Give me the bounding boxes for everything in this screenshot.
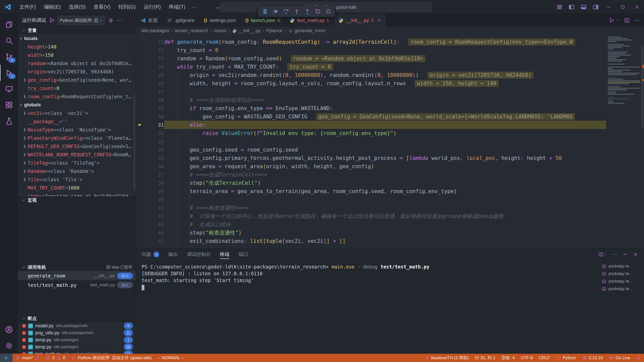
more-actions-icon[interactable] — [634, 17, 640, 23]
toggle-panel-icon[interactable] — [580, 4, 587, 10]
tab-settings[interactable]: {}settings.json — [199, 14, 241, 27]
tab-welcome[interactable]: 欢迎 — [136, 14, 163, 27]
variables-section-header[interactable]: 变量 — [18, 27, 136, 34]
variable-row[interactable]: ❯Tile = <class 'Tile'> — [18, 175, 136, 184]
variables-scope-row[interactable]: ∨locals — [18, 34, 136, 42]
tab-gdignore[interactable]: .gdignore — [163, 14, 199, 27]
minimize-button[interactable] — [602, 0, 616, 14]
menu-item[interactable]: 查看(V) — [90, 2, 114, 12]
variable-row[interactable]: __package__ = '' — [18, 117, 136, 125]
breadcrumb-item[interactable]: rooms — [214, 28, 226, 33]
branch[interactable]: main* — [13, 354, 43, 362]
close-icon[interactable] — [377, 18, 381, 23]
breadcrumb-item[interactable]: terrain_research — [175, 28, 208, 33]
activity-testing[interactable] — [0, 113, 18, 129]
breakpoint-row[interactable]: ✓png_utils.pysite-packages\wfc11 — [18, 329, 136, 336]
continue-button[interactable] — [271, 7, 280, 16]
start-debug-icon[interactable] — [49, 17, 55, 24]
editor-scrollbar[interactable] — [640, 35, 644, 249]
variable-row[interactable]: ❯DEFAULT_GEO_CONFIG = GeoConfig(seed=1… — [18, 142, 136, 150]
menu-item[interactable]: 运行(R) — [140, 2, 164, 12]
menu-item[interactable]: 终端(T) — [166, 2, 189, 12]
split-terminal-icon[interactable] — [598, 252, 607, 257]
minimap[interactable] — [608, 36, 640, 249]
gear-icon[interactable] — [108, 18, 114, 23]
breakpoint-checkbox[interactable]: ✓ — [28, 352, 33, 354]
menu-more[interactable]: ··· — [189, 3, 200, 11]
variable-row[interactable]: ❯NoiseType = <class 'NoiseType'> — [18, 125, 136, 134]
variable-row[interactable]: origin = vec2i(7205730, 9024468) — [18, 67, 136, 76]
step-into-button[interactable] — [292, 7, 301, 16]
panel-tab-终端[interactable]: 终端 — [220, 249, 229, 260]
variable-row[interactable]: random = <Random object at 0x1bf9d01e… — [18, 59, 136, 67]
breadcrumb-item[interactable]: __init__.py — [232, 28, 260, 33]
variable-row[interactable]: step = <function step at 0x1bf9cd216d — [18, 192, 136, 196]
debug-config-dropdown[interactable]: Python 调试程序: 启动 — [57, 16, 105, 25]
variable-row[interactable]: MAX_TRY_COUNT = 1000 — [18, 184, 136, 192]
encoding[interactable]: UTF-8 — [518, 354, 536, 362]
panel-tab-调试控制台[interactable]: 调试控制台 — [187, 249, 211, 260]
variable-row[interactable]: ❯vec2i = <class 'vec2i'> — [18, 109, 136, 117]
grid-icon[interactable] — [556, 4, 563, 10]
terminal-list-item[interactable]: pocketpy te… — [599, 278, 644, 285]
callstack-frame[interactable]: test/test_math.pytest_math.py16:1 — [18, 280, 136, 290]
maximize-button[interactable] — [616, 0, 630, 14]
breakpoint-row[interactable]: ✓temp.pysite-packages58 — [18, 343, 136, 350]
variable-row[interactable]: try_count = 0 — [18, 84, 136, 92]
indentation[interactable]: 空格: 4 — [498, 354, 518, 362]
activity-account[interactable] — [0, 322, 18, 338]
drag-handle[interactable] — [260, 7, 270, 16]
debug-config[interactable]: Python 调试程序: 启动文件 (godot-ldtk) — [68, 354, 155, 362]
vim-mode[interactable]: -- NORMAL -- — [155, 354, 187, 362]
more-actions-icon[interactable] — [117, 18, 123, 23]
breadcrumb-item[interactable]: site-packages — [141, 28, 169, 33]
menu-item[interactable]: 编辑(E) — [41, 2, 64, 12]
close-button[interactable] — [630, 0, 644, 14]
variable-row[interactable]: ❯TileTag = <class 'TileTag'> — [18, 159, 136, 167]
step-out-button[interactable] — [302, 7, 312, 16]
callstack-section-header[interactable]: 调用堆栈 因 step 已暂停 — [18, 263, 136, 271]
breakpoint-checkbox[interactable]: ✓ — [28, 345, 33, 349]
breakpoint-checkbox[interactable]: ✓ — [28, 324, 33, 328]
variable-row[interactable]: ❯geo_config = GeoConfig(seed=None, wor… — [18, 76, 136, 84]
callstack-frame[interactable]: generate_room__init__.py31:1 — [18, 271, 136, 280]
panel-tab-端口[interactable]: 端口 — [238, 249, 248, 260]
restart-button[interactable] — [313, 7, 323, 16]
sidebar-scrollbar[interactable] — [134, 95, 135, 190]
maximize-panel-icon[interactable] — [622, 252, 628, 257]
breadcrumb-item[interactable]: Pylance — [266, 28, 283, 33]
cursor-position[interactable]: 行 31, 列 1 — [472, 354, 498, 362]
notifications[interactable] — [633, 354, 644, 362]
menu-item[interactable]: 转到(G) — [115, 2, 139, 12]
activity-search[interactable] — [0, 33, 18, 49]
more-actions-icon[interactable] — [612, 252, 617, 257]
breakpoint-row[interactable]: ✓temp.pysite-packages1 — [18, 336, 136, 343]
activity-settings[interactable] — [0, 338, 18, 354]
terminal-list-item[interactable]: pocketpy te… — [599, 270, 644, 278]
problems[interactable]: 30 — [43, 354, 68, 362]
git-author[interactable]: blueloveTH (3 周前) — [422, 354, 472, 362]
code-editor[interactable]: 2021def generate_room(room_config: RoomR… — [136, 35, 644, 249]
activity-extensions[interactable] — [0, 97, 18, 113]
step-over-button[interactable] — [281, 7, 291, 16]
terminal-list-item[interactable]: pocketpy te… — [599, 285, 644, 293]
breakpoint-row[interactable]: ✓model.pysite-packages\wfc6 — [18, 322, 136, 329]
menu-item[interactable]: 文件(F) — [16, 2, 39, 12]
activity-run-and-debug[interactable]: 1 — [0, 65, 18, 81]
eol[interactable]: CRLF — [536, 354, 553, 362]
watch-section-header[interactable]: 监视 — [18, 196, 136, 204]
breakpoint-row[interactable]: ✓test_math.pysite-packages\terrain_res…1… — [18, 350, 136, 354]
variables-scope-row[interactable]: ∨globals — [18, 101, 136, 109]
remote-indicator[interactable] — [0, 354, 13, 362]
activity-source-control[interactable]: 3 — [0, 49, 18, 65]
tab-init[interactable]: __init__.py2 — [334, 14, 386, 27]
panel-tab-问题[interactable]: 问题3 — [142, 249, 159, 260]
variable-row[interactable]: ❯WASTELAND_ROOM_REQUEST_CONFIG = RoomR… — [18, 150, 136, 159]
run-file-icon[interactable] — [609, 17, 615, 23]
breadcrumb-item[interactable]: generate_room — [288, 28, 325, 33]
python-version[interactable]: 3.10.10 — [579, 354, 606, 362]
activity-remote-explorer[interactable] — [0, 81, 18, 97]
terminal-output[interactable]: PS C:\computer_science\godot-ldtk\site-p… — [136, 260, 598, 354]
breakpoint-checkbox[interactable]: ✓ — [28, 338, 33, 342]
stop-button[interactable] — [324, 7, 333, 16]
